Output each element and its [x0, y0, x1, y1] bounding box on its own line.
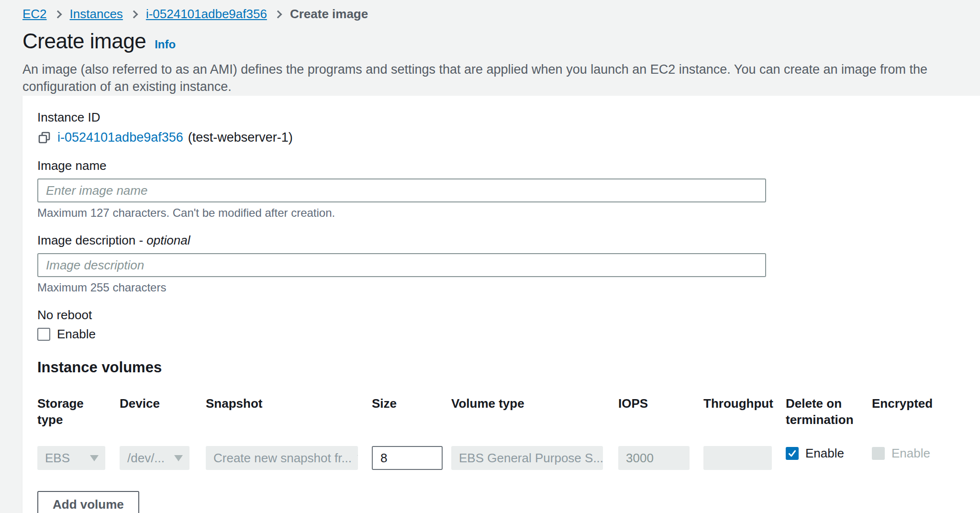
table-row-cell-size	[372, 446, 451, 470]
snapshot-select: Create new snapshot fr...	[206, 446, 358, 470]
storage-type-select: EBS	[37, 446, 105, 470]
col-header-device: Device	[120, 395, 206, 446]
image-name-label: Image name	[37, 158, 961, 173]
breadcrumb-instances[interactable]: Instances	[70, 7, 123, 22]
info-link[interactable]: Info	[155, 38, 176, 51]
check-icon	[787, 448, 797, 458]
volume-type-select: EBS General Purpose S...	[451, 446, 603, 470]
chevron-down-icon	[90, 455, 99, 461]
create-image-form-card: Instance ID i-0524101adbe9af356 (test-we…	[22, 96, 980, 513]
delete-on-termination-checkbox-label: Enable	[805, 446, 844, 461]
col-header-storage-type: Storage type	[37, 395, 120, 446]
table-row-cell-snapshot: Create new snapshot fr...	[206, 446, 372, 470]
device-select: /dev/...	[120, 446, 189, 470]
table-row-cell-encrypted: Enable	[872, 446, 958, 461]
chevron-right-icon	[54, 10, 62, 18]
table-row-cell-storage-type: EBS	[37, 446, 120, 470]
image-description-input[interactable]	[37, 253, 766, 277]
table-row-cell-volume-type: EBS General Purpose S...	[451, 446, 618, 470]
instance-id-link[interactable]: i-0524101adbe9af356	[57, 130, 183, 145]
image-description-hint: Maximum 255 characters	[37, 281, 961, 294]
image-description-label: Image description - optional	[37, 233, 961, 247]
instance-name: (test-webserver-1)	[188, 130, 293, 145]
table-row-cell-delete-on-termination: Enable	[786, 446, 872, 461]
encrypted-checkbox-label: Enable	[891, 446, 930, 461]
page-header: Create image Info An image (also referre…	[0, 22, 980, 96]
col-header-delete-on-termination: Delete on termination	[786, 395, 872, 446]
volumes-table: Storage type Device Snapshot Size Volume…	[37, 395, 961, 470]
image-name-input[interactable]	[37, 178, 766, 202]
col-header-encrypted: Encrypted	[872, 395, 958, 446]
table-row-cell-throughput	[703, 446, 786, 470]
copy-icon[interactable]	[37, 131, 52, 145]
delete-on-termination-checkbox[interactable]	[786, 447, 799, 460]
page-description: An image (also referred to as an AMI) de…	[22, 61, 951, 96]
breadcrumb-ec2[interactable]: EC2	[22, 7, 47, 22]
breadcrumb-instance-id[interactable]: i-0524101adbe9af356	[146, 7, 267, 22]
iops-input	[618, 446, 690, 470]
page-title: Create image	[22, 29, 146, 53]
breadcrumb-current: Create image	[290, 7, 368, 22]
col-header-throughput: Throughput	[703, 395, 786, 446]
col-header-iops: IOPS	[618, 395, 703, 446]
instance-volumes-heading: Instance volumes	[37, 359, 961, 376]
table-row-cell-device: /dev/...	[120, 446, 206, 470]
optional-label: optional	[146, 233, 190, 247]
no-reboot-checkbox-label: Enable	[57, 327, 96, 342]
no-reboot-checkbox[interactable]	[37, 328, 50, 341]
chevron-right-icon	[130, 10, 138, 18]
image-name-hint: Maximum 127 characters. Can't be modifie…	[37, 206, 961, 220]
encrypted-checkbox	[872, 447, 885, 460]
breadcrumb: EC2 Instances i-0524101adbe9af356 Create…	[0, 0, 980, 22]
no-reboot-label: No reboot	[37, 308, 961, 322]
throughput-input	[703, 446, 772, 470]
add-volume-button[interactable]: Add volume	[37, 491, 139, 513]
size-input[interactable]	[372, 446, 443, 470]
col-header-size: Size	[372, 395, 451, 446]
chevron-down-icon	[357, 455, 358, 461]
chevron-down-icon	[174, 455, 183, 461]
instance-id-label: Instance ID	[37, 110, 961, 124]
chevron-right-icon	[274, 10, 282, 18]
table-row-cell-iops	[618, 446, 703, 470]
col-header-volume-type: Volume type	[451, 395, 618, 446]
col-header-snapshot: Snapshot	[206, 395, 372, 446]
